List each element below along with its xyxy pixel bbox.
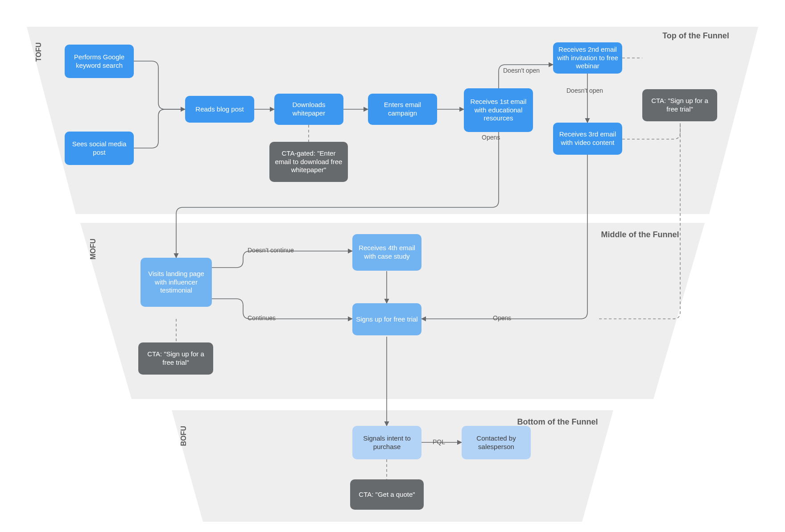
- node-email-2: Receives 2nd email with invitation to fr…: [553, 42, 622, 74]
- label-email3-yes: Opens: [493, 314, 511, 322]
- node-email-4: Receives 4th email with case study: [352, 234, 421, 271]
- node-cta-trial-1: CTA: "Sign up for a free trial": [642, 89, 717, 121]
- node-downloads-wp: Downloads whitepaper: [274, 94, 343, 125]
- label-email1-no: Doesn't open: [503, 67, 540, 74]
- node-cta-trial-2: CTA: "Sign up for a free trial": [138, 342, 213, 375]
- label-pql: PQL: [433, 438, 445, 445]
- node-enters-campaign: Enters email campaign: [368, 94, 437, 125]
- label-email1-yes: Opens: [482, 134, 500, 141]
- node-google-search: Performs Google keyword search: [65, 45, 134, 78]
- mofu-short-label: MOFU: [89, 239, 97, 260]
- node-email-3: Receives 3rd email with video content: [553, 123, 622, 155]
- node-contacted: Contacted by salesperson: [462, 426, 531, 459]
- node-social-post: Sees social media post: [65, 132, 134, 165]
- tofu-short-label: TOFU: [35, 42, 43, 62]
- node-intent: Signals intent to purchase: [352, 426, 421, 459]
- mofu-title: Middle of the Funnel: [595, 230, 685, 240]
- bofu-short-label: BOFU: [180, 426, 188, 446]
- label-landing-no: Doesn't continue: [248, 247, 294, 254]
- node-reads-blog: Reads blog post: [185, 96, 254, 123]
- node-landing-page: Visits landing page with influencer test…: [140, 258, 212, 307]
- tofu-title: Top of the Funnel: [651, 31, 740, 41]
- label-email2-no: Doesn't open: [566, 87, 603, 94]
- node-cta-gated: CTA-gated: "Enter email to download free…: [269, 142, 348, 182]
- node-signup-trial: Signs up for free trial: [352, 303, 421, 335]
- label-landing-yes: Continues: [248, 314, 276, 322]
- node-email-1: Receives 1st email with educational reso…: [464, 88, 533, 132]
- node-cta-quote: CTA: "Get a quote": [350, 479, 424, 510]
